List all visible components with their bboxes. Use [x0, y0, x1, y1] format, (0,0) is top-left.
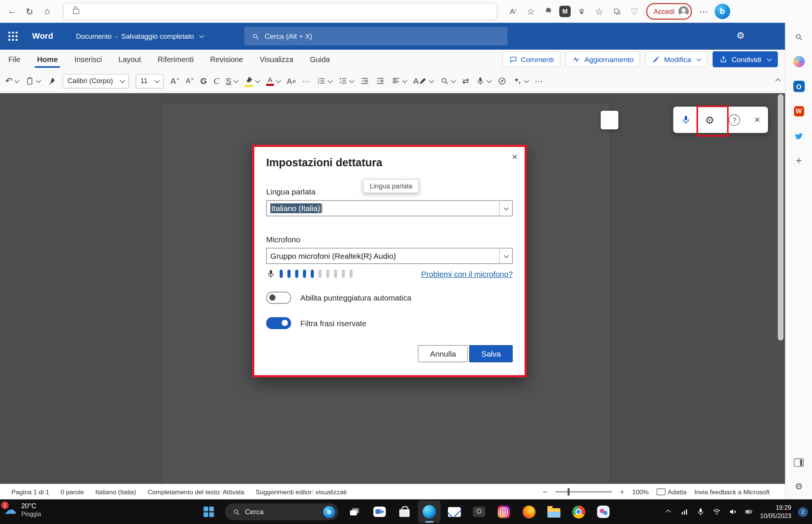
home-icon[interactable]: ⌂ [40, 4, 55, 19]
extension-puzzle-icon[interactable] [541, 4, 556, 19]
sidebar-outlook-icon[interactable]: O [792, 80, 806, 93]
zoom-out-button[interactable]: − [543, 488, 547, 496]
taskbar-search[interactable]: Cerca b [225, 503, 338, 520]
font-size-select[interactable]: 11 [136, 74, 163, 88]
sidebar-office-icon[interactable]: W [792, 105, 806, 118]
sidebar-add-icon[interactable]: + [792, 154, 806, 168]
zoom-in-button[interactable]: + [620, 488, 624, 496]
zoom-slider-thumb[interactable] [568, 488, 570, 496]
sidebar-settings-gear-icon[interactable]: ⚙ [792, 480, 806, 493]
instagram-taskbar-icon[interactable] [492, 500, 515, 523]
replace-button[interactable]: ⇄ [462, 76, 469, 86]
battery-icon[interactable] [744, 508, 754, 516]
paint-taskbar-icon[interactable] [592, 500, 615, 523]
chrome-taskbar-icon[interactable] [567, 500, 590, 523]
highlight-button[interactable] [244, 75, 259, 87]
clear-format-button[interactable]: A⌀ [287, 77, 296, 85]
select-chevron[interactable] [499, 201, 512, 216]
sidebar-panel-icon[interactable] [792, 456, 806, 469]
editing-mode-button[interactable]: Modifica [645, 51, 707, 67]
weather-widget[interactable]: ☁1 20°CPioggia [4, 502, 41, 518]
dictate-button[interactable] [476, 77, 491, 85]
tab-riferimenti[interactable]: Riferimenti [149, 50, 202, 69]
page-info[interactable]: Pagina 1 di 1 [11, 488, 49, 495]
document-scrollbar[interactable] [778, 94, 783, 482]
file-explorer-taskbar-icon[interactable] [542, 500, 565, 523]
start-button[interactable] [197, 500, 220, 523]
tab-inserisci[interactable]: Inserisci [66, 50, 110, 69]
dictation-mic-button[interactable] [681, 115, 691, 125]
browser-menu-icon[interactable]: ⋯ [696, 4, 711, 19]
mail-taskbar-icon[interactable] [443, 500, 466, 523]
tab-layout[interactable]: Layout [110, 50, 149, 69]
hidden-icons-chevron[interactable] [664, 510, 673, 514]
updates-button[interactable]: Aggiornamento [566, 51, 640, 67]
bullets-button[interactable] [317, 77, 332, 85]
feedback-link[interactable]: Invia feedback a Microsoft [694, 488, 769, 495]
numbering-button[interactable] [338, 77, 353, 85]
text-completion-status[interactable]: Completamento del testo: Attivata [148, 488, 244, 495]
header-settings-gear-icon[interactable]: ⚙ [736, 30, 745, 41]
dictation-help-icon[interactable]: ? [729, 114, 740, 125]
dictation-close-icon[interactable]: × [754, 114, 760, 125]
sidebar-copilot-icon[interactable] [792, 55, 806, 68]
editor-suggestions-status[interactable]: Suggerimenti editor: visualizzati [256, 488, 347, 495]
read-aloud-icon[interactable]: A⁾ [506, 4, 521, 19]
styles-button[interactable]: A [413, 76, 434, 86]
volume-muted-icon[interactable] [728, 508, 737, 516]
mic-help-link[interactable]: Problemi con il microfono? [421, 269, 513, 278]
browser-essentials-icon[interactable]: ♡ [627, 4, 642, 19]
edge-taskbar-icon[interactable] [418, 500, 441, 523]
zoom-level[interactable]: 100% [632, 488, 649, 495]
document-title-bar[interactable]: Documento - Salvataggio completato [76, 32, 204, 40]
bing-discover-icon[interactable]: b [714, 4, 730, 19]
notification-badge[interactable]: 2 [798, 507, 808, 516]
tray-mic-icon[interactable] [696, 508, 705, 516]
find-button[interactable] [440, 77, 456, 85]
more-tools-button[interactable]: ⋯ [535, 76, 543, 86]
language-select[interactable]: Italiano (Italia) [266, 200, 513, 216]
tab-revisione[interactable]: Revisione [202, 50, 251, 69]
scrollbar-thumb[interactable] [778, 94, 783, 340]
favorites-bar-icon[interactable]: ☆ [591, 4, 607, 19]
clock[interactable]: 19:29 10/05/2023 [760, 503, 791, 520]
font-color-button[interactable]: A [266, 76, 280, 86]
cancel-button[interactable]: Annulla [418, 345, 468, 362]
tab-visualizza[interactable]: Visualizza [251, 50, 302, 69]
grow-font-button[interactable]: A˄ [171, 76, 179, 86]
store-button[interactable] [393, 500, 416, 523]
address-bar[interactable] [63, 3, 497, 20]
select-chevron[interactable] [499, 248, 512, 263]
font-name-select[interactable]: Calibri (Corpo) [63, 74, 129, 88]
tab-file[interactable]: File [0, 50, 29, 69]
refresh-icon[interactable]: ↻ [22, 4, 37, 19]
paste-button[interactable] [26, 77, 41, 85]
tab-guida[interactable]: Guida [302, 50, 338, 69]
chat-button[interactable] [368, 500, 391, 523]
align-button[interactable] [392, 77, 407, 85]
more-font-options-button[interactable]: ⋯ [302, 76, 310, 86]
save-button[interactable]: Salva [469, 345, 513, 362]
back-icon[interactable]: ← [4, 4, 20, 19]
wifi-icon[interactable] [712, 508, 721, 516]
undo-button[interactable]: ↶ [5, 76, 19, 87]
zoom-slider[interactable] [555, 491, 612, 492]
header-search-box[interactable]: Cerca (Alt + X) [244, 27, 507, 46]
firefox-taskbar-icon[interactable] [517, 500, 540, 523]
bold-button[interactable]: G [200, 76, 207, 86]
paw-extension-icon[interactable] [574, 4, 589, 19]
sidebar-search-icon[interactable] [792, 30, 806, 44]
language-status[interactable]: Italiano (Italia) [95, 488, 136, 495]
comments-button[interactable]: Commenti [502, 51, 561, 67]
designer-button[interactable] [513, 77, 528, 85]
dialog-close-icon[interactable]: × [512, 152, 517, 161]
tab-home[interactable]: Home [29, 50, 66, 69]
editor-button[interactable] [498, 77, 506, 85]
underline-button[interactable]: S [226, 76, 238, 86]
microphone-select[interactable]: Gruppo microfoni (Realtek(R) Audio) [266, 248, 513, 264]
cellular-bars-icon[interactable] [680, 508, 689, 516]
shrink-font-button[interactable]: A˅ [186, 77, 194, 85]
sign-in-button[interactable]: Accedi [646, 3, 692, 20]
camera-taskbar-icon[interactable] [468, 500, 491, 523]
collapse-ribbon-button[interactable] [776, 79, 780, 83]
